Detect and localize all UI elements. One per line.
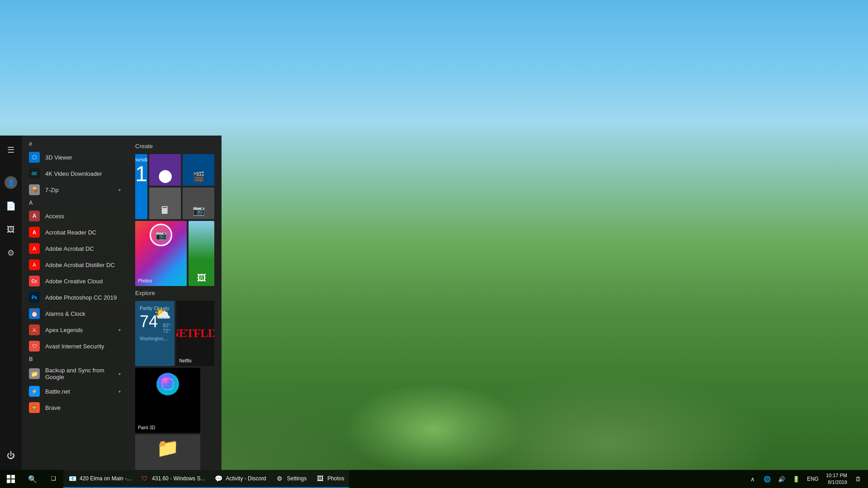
expand-icon-apex: ▾ bbox=[118, 328, 121, 333]
app-list: # ⬡ 3D Viewer 4K 4K Video Downloader 📦 7… bbox=[22, 136, 128, 470]
clock-time: 10:17 PM bbox=[826, 472, 847, 479]
expand-icon-battle: ▾ bbox=[118, 389, 121, 394]
app-item-adobe-acrobat[interactable]: A Adobe Acrobat DC bbox=[22, 240, 128, 257]
app-item-7zip[interactable]: 📦 7-Zip ▾ bbox=[22, 182, 128, 198]
explore-label: Explore bbox=[135, 290, 214, 296]
section-hash: # bbox=[22, 139, 128, 149]
brave-tb-icon: 🛡 bbox=[140, 474, 149, 483]
create-label: Create bbox=[135, 143, 214, 150]
netflix-logo: NETFLIX bbox=[176, 327, 214, 340]
tile-camera[interactable]: 📷 bbox=[183, 188, 214, 219]
nav-settings[interactable]: ⚙ bbox=[0, 242, 22, 264]
app-item-adobe-cc[interactable]: Cc Adobe Creative Cloud bbox=[22, 273, 128, 289]
tile-photos[interactable]: 📷 Photos bbox=[135, 221, 187, 286]
app-item-adobe-distiller[interactable]: A Adobe Acrobat Distiller DC bbox=[22, 257, 128, 273]
tiles-row-4: Paint 3D bbox=[135, 368, 214, 433]
outlook-label: 420 Elma on Main -... bbox=[80, 475, 131, 482]
tile-paint3d[interactable]: Paint 3D bbox=[135, 368, 200, 433]
section-b: B bbox=[22, 354, 128, 364]
svg-point-0 bbox=[156, 373, 179, 395]
media-tiles: ⬤ 🎬 🖩 📷 bbox=[149, 154, 214, 219]
paint3d-label: Paint 3D bbox=[138, 425, 198, 430]
settings-label: Settings bbox=[287, 475, 307, 482]
nav-documents[interactable]: 📄 bbox=[0, 195, 22, 217]
tray-network[interactable]: 🌐 bbox=[761, 470, 774, 488]
tile-netflix[interactable]: NETFLIX Netflix bbox=[176, 301, 214, 366]
app-item-backup-sync[interactable]: 📁 Backup and Sync from Google ▾ bbox=[22, 364, 128, 383]
taskbar-item-settings[interactable]: ⚙ Settings bbox=[271, 470, 311, 488]
tile-video[interactable]: 🎬 bbox=[183, 154, 214, 186]
app-item-battle-net[interactable]: ⚡ Battle.net ▾ bbox=[22, 383, 128, 399]
tile-programdata[interactable]: 📁 ProgramData bbox=[135, 435, 200, 470]
nav-photos[interactable]: 🖼 bbox=[0, 219, 22, 240]
weather-icon: ⛅ bbox=[154, 305, 171, 321]
section-a: A bbox=[22, 198, 128, 208]
outlook-icon: 📧 bbox=[68, 474, 77, 483]
tray-battery[interactable]: 🔋 bbox=[790, 470, 802, 488]
expand-icon-7zip: ▾ bbox=[118, 188, 121, 192]
svg-rect-3 bbox=[7, 479, 10, 483]
paint3d-icon bbox=[154, 371, 181, 398]
app-item-adobe-ps[interactable]: Ps Adobe Photoshop CC 2019 bbox=[22, 289, 128, 305]
tiles-row-5: 📁 ProgramData bbox=[135, 435, 214, 470]
taskbar-lang[interactable]: ENG bbox=[804, 476, 821, 482]
clock-date: 8/1/2019 bbox=[828, 479, 847, 486]
nav-power[interactable]: ⏻ bbox=[0, 445, 22, 466]
photos-tb-icon: 🖼 bbox=[316, 474, 325, 483]
tray-volume[interactable]: 🔊 bbox=[775, 470, 788, 488]
start-menu: ☰ 👤 📄 🖼 ⚙ ⏻ # ⬡ 3D Viewer 4K bbox=[0, 136, 222, 470]
netflix-label: Netflix bbox=[179, 358, 214, 363]
app-item-brave[interactable]: 🦁 Brave bbox=[22, 399, 128, 416]
task-view-icon: ❑ bbox=[51, 475, 56, 482]
taskbar-right: ∧ 🌐 🔊 🔋 ENG 10:17 PM 8/1/2019 🗓 bbox=[743, 470, 868, 488]
taskbar: 🔍 ❑ 📧 420 Elma on Main -... 🛡 431.60 - W… bbox=[0, 470, 868, 488]
tile-calculator[interactable]: 🖩 bbox=[149, 188, 181, 219]
weather-location: Washington,... bbox=[140, 336, 169, 341]
tile-calendar[interactable]: Thursday 1 bbox=[135, 154, 147, 219]
svg-rect-1 bbox=[7, 475, 10, 479]
tiles-row-3: Partly Cloudy 74° 82° 72° Washington,...… bbox=[135, 301, 214, 366]
expand-icon-backup: ▾ bbox=[118, 371, 121, 376]
tiles-row-1: Thursday 1 ⬤ 🎬 bbox=[135, 154, 214, 219]
tile-weather[interactable]: Partly Cloudy 74° 82° 72° Washington,...… bbox=[135, 301, 175, 366]
tray-chevron[interactable]: ∧ bbox=[746, 470, 759, 488]
search-icon: 🔍 bbox=[28, 475, 37, 483]
tiles-row-2: 📷 Photos 🖼 bbox=[135, 221, 214, 286]
app-item-4k[interactable]: 4K 4K Video Downloader bbox=[22, 165, 128, 182]
taskbar-item-photos[interactable]: 🖼 Photos bbox=[311, 470, 349, 488]
taskbar-item-outlook[interactable]: 📧 420 Elma on Main -... bbox=[63, 470, 136, 488]
calendar-num: 1 bbox=[135, 163, 147, 185]
svg-rect-2 bbox=[11, 475, 15, 479]
app-item-acrobat-reader[interactable]: A Acrobat Reader DC bbox=[22, 224, 128, 240]
app-item-alarms[interactable]: ⏰ Alarms & Clock bbox=[22, 305, 128, 322]
start-nav: ☰ 👤 📄 🖼 ⚙ ⏻ bbox=[0, 136, 22, 470]
tile-media[interactable]: ⬤ bbox=[149, 154, 181, 186]
brave-tb-label: 431.60 - Windows S... bbox=[152, 475, 205, 482]
photos-label: Photos bbox=[138, 278, 184, 283]
app-item-3dviewer[interactable]: ⬡ 3D Viewer bbox=[22, 149, 128, 165]
photos-camera-icon: 📷 bbox=[150, 224, 172, 246]
svg-rect-4 bbox=[11, 479, 15, 483]
weather-range: 82° 72° bbox=[163, 323, 170, 333]
start-button[interactable] bbox=[0, 470, 22, 488]
app-item-access[interactable]: A Access bbox=[22, 208, 128, 224]
photos-tb-label: Photos bbox=[327, 475, 344, 482]
taskbar-item-brave[interactable]: 🛡 431.60 - Windows S... bbox=[136, 470, 209, 488]
desktop: ☰ 👤 📄 🖼 ⚙ ⏻ # ⬡ 3D Viewer 4K bbox=[0, 0, 868, 488]
settings-tb-icon: ⚙ bbox=[275, 474, 284, 483]
taskbar-items: 📧 420 Elma on Main -... 🛡 431.60 - Windo… bbox=[63, 470, 743, 488]
app-item-apex[interactable]: ⚔ Apex Legends ▾ bbox=[22, 322, 128, 338]
discord-icon: 💬 bbox=[214, 474, 223, 483]
tile-photo-thumb[interactable]: 🖼 bbox=[189, 221, 214, 286]
task-view-button[interactable]: ❑ bbox=[43, 470, 63, 488]
tiles-panel: Create Thursday 1 ⬤ 🎬 bbox=[128, 136, 222, 470]
taskbar-item-discord[interactable]: 💬 Activity - Discord bbox=[209, 470, 270, 488]
nav-user[interactable]: 👤 bbox=[0, 172, 22, 193]
notification-center[interactable]: 🗓 bbox=[852, 470, 864, 488]
app-item-avast[interactable]: 🛡 Avast Internet Security bbox=[22, 338, 128, 354]
taskbar-search[interactable]: 🔍 bbox=[22, 470, 43, 488]
taskbar-clock[interactable]: 10:17 PM 8/1/2019 bbox=[823, 472, 850, 486]
discord-label: Activity - Discord bbox=[226, 475, 266, 482]
nav-hamburger[interactable]: ☰ bbox=[0, 139, 22, 161]
